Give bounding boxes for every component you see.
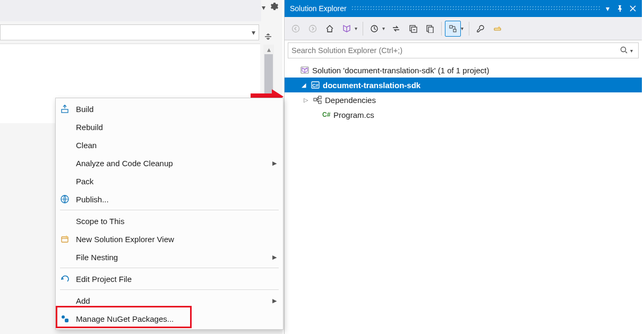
menu-separator <box>60 268 279 268</box>
search-input[interactable] <box>291 46 620 55</box>
properties-button[interactable] <box>473 21 488 37</box>
menu-publish[interactable]: Publish... <box>56 190 283 208</box>
tree-dependencies-node[interactable]: ▷ Dependencies <box>285 92 642 107</box>
panel-title: Solution Explorer <box>290 4 347 13</box>
svg-text:C#: C# <box>322 111 331 118</box>
menu-build[interactable]: Build <box>56 100 283 118</box>
menu-label: File Nesting <box>74 253 269 262</box>
editor-topbar <box>0 0 261 21</box>
svg-rect-1 <box>62 109 68 113</box>
panel-dropdown-button[interactable]: ▾ <box>602 3 613 14</box>
svg-rect-15 <box>494 28 501 30</box>
dropdown-caret-icon[interactable]: ▾ <box>461 25 463 31</box>
gear-icon[interactable] <box>270 2 278 12</box>
split-icon[interactable] <box>263 32 273 41</box>
track-active-item-button[interactable] <box>445 21 461 37</box>
menu-rebuild[interactable]: Rebuild <box>56 118 283 136</box>
menu-analyze[interactable]: Analyze and Code Cleanup ▶ <box>56 154 283 172</box>
csharp-project-icon: C# <box>310 80 321 90</box>
switch-views-button[interactable] <box>339 21 355 37</box>
menu-edit-project[interactable]: Edit Project File <box>56 270 283 288</box>
new-view-icon <box>56 230 74 248</box>
menu-new-view[interactable]: New Solution Explorer View <box>56 230 283 248</box>
globe-icon <box>56 190 74 208</box>
menu-manage-nuget[interactable]: Manage NuGet Packages... <box>56 310 283 328</box>
empty-icon <box>56 212 74 230</box>
tree-label: Solution 'document-translation-sdk' (1 o… <box>312 66 489 75</box>
build-icon <box>56 100 74 118</box>
empty-icon <box>56 118 74 136</box>
menu-label: New Solution Explorer View <box>74 235 277 244</box>
menu-scope[interactable]: Scope to This <box>56 212 283 230</box>
menu-label: Scope to This <box>74 217 277 226</box>
menu-separator <box>60 289 279 290</box>
svg-rect-5 <box>65 319 68 322</box>
tree-file-node[interactable]: C# Program.cs <box>285 107 642 122</box>
submenu-arrow-icon: ▶ <box>272 160 277 167</box>
titlebar-grip[interactable] <box>351 5 600 12</box>
sync-button[interactable] <box>388 21 404 37</box>
expand-arrow-icon[interactable]: ▷ <box>302 97 310 104</box>
toolbar-separator <box>363 22 363 36</box>
submenu-arrow-icon: ▶ <box>272 297 277 304</box>
expand-arrow-icon[interactable]: ◢ <box>299 82 308 89</box>
solution-icon <box>299 65 310 75</box>
menu-label: Analyze and Code Cleanup <box>74 159 269 168</box>
panel-titlebar: Solution Explorer ▾ <box>285 0 642 17</box>
show-all-files-button[interactable] <box>422 21 438 37</box>
solution-tree: Solution 'document-translation-sdk' (1 o… <box>285 61 642 334</box>
context-menu: Build Rebuild Clean Analyze and Code Cle… <box>55 98 284 330</box>
svg-rect-20 <box>314 98 316 101</box>
dependencies-icon <box>312 95 323 105</box>
csharp-file-icon: C# <box>321 109 331 120</box>
pending-changes-button[interactable] <box>366 21 382 37</box>
empty-icon <box>56 154 74 172</box>
scroll-up-icon[interactable]: ▴ <box>263 45 274 54</box>
menu-clean[interactable]: Clean <box>56 136 283 154</box>
search-icon[interactable] <box>620 46 628 56</box>
menu-label: Edit Project File <box>74 275 277 284</box>
svg-text:C#: C# <box>312 83 319 88</box>
toolbar-separator <box>441 22 442 36</box>
menu-pack[interactable]: Pack <box>56 172 283 190</box>
tree-label: Program.cs <box>333 110 374 119</box>
menu-label: Pack <box>74 177 277 186</box>
dropdown-caret-icon[interactable]: ▾ <box>262 3 265 12</box>
chevron-down-icon: ▾ <box>252 28 255 37</box>
tree-label: Dependencies <box>325 96 376 105</box>
menu-label: Clean <box>74 141 277 150</box>
pin-icon[interactable] <box>614 3 626 14</box>
editor-dropdown[interactable]: ▾ <box>0 24 259 40</box>
svg-rect-14 <box>453 29 456 32</box>
menu-file-nesting[interactable]: File Nesting ▶ <box>56 248 283 266</box>
menu-label: Publish... <box>74 195 277 204</box>
submenu-arrow-icon: ▶ <box>272 254 277 261</box>
menu-add[interactable]: Add ▶ <box>56 292 283 310</box>
search-box[interactable]: ▾ <box>288 42 639 58</box>
dropdown-caret-icon[interactable]: ▾ <box>382 25 385 31</box>
svg-rect-3 <box>62 237 68 242</box>
empty-icon <box>56 136 74 154</box>
panel-toolbar: ▾ ▾ ▾ <box>285 17 642 40</box>
home-button[interactable] <box>322 21 338 37</box>
empty-icon <box>56 292 74 310</box>
preview-button[interactable] <box>490 21 505 37</box>
empty-icon <box>56 172 74 190</box>
menu-label: Add <box>74 296 269 305</box>
dropdown-caret-icon[interactable]: ▾ <box>630 48 633 54</box>
svg-point-16 <box>621 47 626 52</box>
solution-explorer-panel: Solution Explorer ▾ ▾ ▾ <box>284 0 642 334</box>
nuget-icon <box>56 310 74 328</box>
collapse-all-button[interactable] <box>405 21 421 37</box>
tree-solution-node[interactable]: Solution 'document-translation-sdk' (1 o… <box>285 63 642 78</box>
svg-rect-22 <box>319 101 321 104</box>
toolbar-separator <box>469 22 469 36</box>
back-button <box>288 21 304 37</box>
dropdown-caret-icon[interactable]: ▾ <box>355 25 357 31</box>
tree-project-node[interactable]: ◢ C# document-translation-sdk <box>285 78 642 92</box>
svg-rect-12 <box>428 27 433 33</box>
empty-icon <box>56 248 74 266</box>
close-icon[interactable] <box>627 3 639 14</box>
menu-label: Rebuild <box>74 123 277 132</box>
svg-rect-21 <box>319 96 321 99</box>
